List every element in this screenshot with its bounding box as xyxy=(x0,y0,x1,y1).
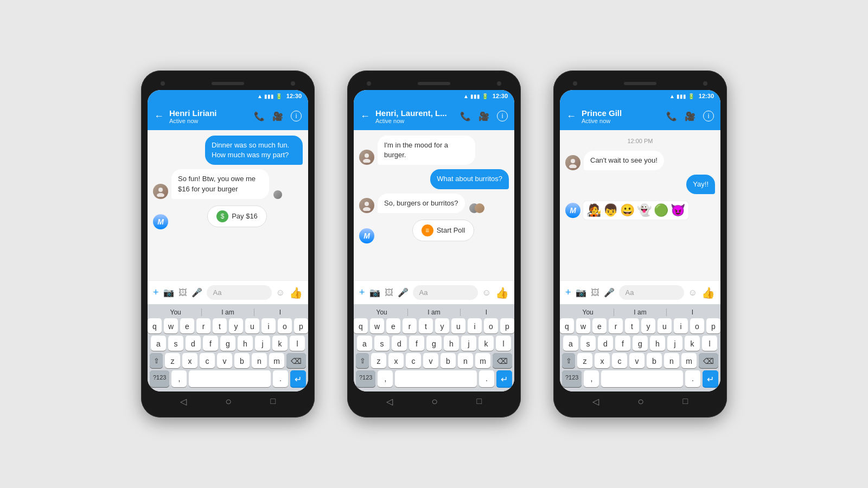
emoji-button-1[interactable]: ☺ xyxy=(276,288,285,298)
key-enter[interactable]: ↵ xyxy=(290,370,306,387)
key3-123[interactable]: ?123 xyxy=(562,370,582,387)
plus-button-3[interactable]: + xyxy=(565,287,571,298)
key2-m[interactable]: m xyxy=(475,353,490,368)
back-button-2[interactable]: ← xyxy=(360,111,370,122)
key-l[interactable]: l xyxy=(290,336,305,351)
sticker-4[interactable]: 👻 xyxy=(637,203,652,217)
video-icon-1[interactable]: 🎥 xyxy=(272,111,283,121)
key2-y[interactable]: y xyxy=(435,318,449,333)
nav-home-3[interactable]: ○ xyxy=(637,395,644,408)
like-button-3[interactable]: 👍 xyxy=(701,286,715,299)
key-shift[interactable]: ⇧ xyxy=(150,353,163,368)
key-space[interactable] xyxy=(189,370,271,387)
sticker-1[interactable]: 🧑‍🎤 xyxy=(586,203,601,217)
key2-o[interactable]: o xyxy=(484,318,498,333)
key2-enter[interactable]: ↵ xyxy=(496,370,512,387)
plus-button-1[interactable]: + xyxy=(153,287,159,298)
key3-m[interactable]: m xyxy=(681,353,697,368)
info-icon-3[interactable]: i xyxy=(703,111,714,121)
key-u[interactable]: u xyxy=(245,318,259,333)
key-p[interactable]: p xyxy=(294,318,308,333)
key-i[interactable]: i xyxy=(261,318,276,333)
key-m[interactable]: m xyxy=(269,353,284,368)
phone-icon-1[interactable]: 📞 xyxy=(254,111,265,121)
pay-action-1[interactable]: $ Pay $16 xyxy=(207,206,267,227)
key-c[interactable]: c xyxy=(200,353,215,368)
key3-l[interactable]: l xyxy=(702,336,717,351)
camera-button-1[interactable]: 📷 xyxy=(163,287,174,298)
key3-space[interactable] xyxy=(601,370,683,387)
text-input-1[interactable]: Aa xyxy=(207,285,272,300)
key2-p[interactable]: p xyxy=(500,318,514,333)
key-r[interactable]: r xyxy=(196,318,210,333)
nav-back-3[interactable]: ◁ xyxy=(592,396,599,407)
emoji-button-3[interactable]: ☺ xyxy=(688,288,697,298)
key2-c[interactable]: c xyxy=(406,353,421,368)
nav-home-1[interactable]: ○ xyxy=(225,395,232,408)
key3-comma[interactable]: , xyxy=(584,370,599,387)
key2-s[interactable]: s xyxy=(374,336,390,351)
nav-square-1[interactable]: □ xyxy=(271,396,276,406)
nav-home-2[interactable]: ○ xyxy=(431,395,438,408)
nav-square-2[interactable]: □ xyxy=(477,396,482,406)
key-s[interactable]: s xyxy=(168,336,183,351)
key2-i[interactable]: i xyxy=(468,318,482,333)
key2-period[interactable]: . xyxy=(479,370,494,387)
key2-j[interactable]: j xyxy=(461,336,476,351)
key-d[interactable]: d xyxy=(186,336,201,351)
key2-l[interactable]: l xyxy=(496,336,511,351)
key3-a[interactable]: a xyxy=(563,336,578,351)
key3-d[interactable]: d xyxy=(598,336,613,351)
key3-c[interactable]: c xyxy=(612,353,627,368)
key2-e[interactable]: e xyxy=(386,318,400,333)
key2-u[interactable]: u xyxy=(451,318,465,333)
text-input-2[interactable]: Aa xyxy=(413,285,478,300)
key2-comma[interactable]: , xyxy=(378,370,393,387)
key3-enter[interactable]: ↵ xyxy=(703,370,718,387)
key-z[interactable]: z xyxy=(165,353,180,368)
key-w[interactable]: w xyxy=(164,318,178,333)
key3-y[interactable]: y xyxy=(641,318,655,333)
phone-icon-3[interactable]: 📞 xyxy=(666,111,677,121)
keyboard-3[interactable]: You I am I q w e r t y u i o p xyxy=(560,304,720,391)
key3-q[interactable]: q xyxy=(560,318,574,333)
key2-a[interactable]: a xyxy=(357,336,372,351)
back-button-3[interactable]: ← xyxy=(566,111,576,122)
key2-q[interactable]: q xyxy=(354,318,368,333)
key3-i[interactable]: i xyxy=(674,318,688,333)
back-button-1[interactable]: ← xyxy=(154,111,164,122)
key3-delete[interactable]: ⌫ xyxy=(699,353,718,368)
key3-k[interactable]: k xyxy=(685,336,700,351)
key2-d[interactable]: d xyxy=(392,336,407,351)
key2-x[interactable]: x xyxy=(388,353,404,368)
gallery-button-3[interactable]: 🖼 xyxy=(591,288,599,298)
gallery-button-1[interactable]: 🖼 xyxy=(178,288,187,298)
like-button-1[interactable]: 👍 xyxy=(289,286,303,299)
key3-r[interactable]: r xyxy=(609,318,623,333)
key2-b[interactable]: b xyxy=(441,353,456,368)
camera-button-3[interactable]: 📷 xyxy=(576,287,586,298)
mic-button-2[interactable]: 🎤 xyxy=(398,287,409,298)
text-input-3[interactable]: Aa xyxy=(619,285,684,300)
key3-e[interactable]: e xyxy=(592,318,607,333)
camera-button-2[interactable]: 📷 xyxy=(369,287,380,298)
sticker-3[interactable]: 😀 xyxy=(620,203,635,217)
keyboard-1[interactable]: You I am I q w e r t y u i o p xyxy=(148,304,308,391)
key3-f[interactable]: f xyxy=(615,336,630,351)
key2-123[interactable]: ?123 xyxy=(356,370,375,387)
like-button-2[interactable]: 👍 xyxy=(495,286,509,299)
key-y[interactable]: y xyxy=(229,318,243,333)
key2-delete[interactable]: ⌫ xyxy=(493,353,512,368)
key-q[interactable]: q xyxy=(148,318,162,333)
nav-back-1[interactable]: ◁ xyxy=(180,396,187,407)
key3-x[interactable]: x xyxy=(595,353,610,368)
key2-shift[interactable]: ⇧ xyxy=(356,353,369,368)
key3-t[interactable]: t xyxy=(625,318,639,333)
video-icon-2[interactable]: 🎥 xyxy=(478,111,489,121)
key-b[interactable]: b xyxy=(234,353,250,368)
key3-p[interactable]: p xyxy=(706,318,720,333)
mic-button-3[interactable]: 🎤 xyxy=(604,287,615,298)
key3-shift[interactable]: ⇧ xyxy=(562,353,575,368)
key2-f[interactable]: f xyxy=(409,336,424,351)
key-g[interactable]: g xyxy=(220,336,235,351)
